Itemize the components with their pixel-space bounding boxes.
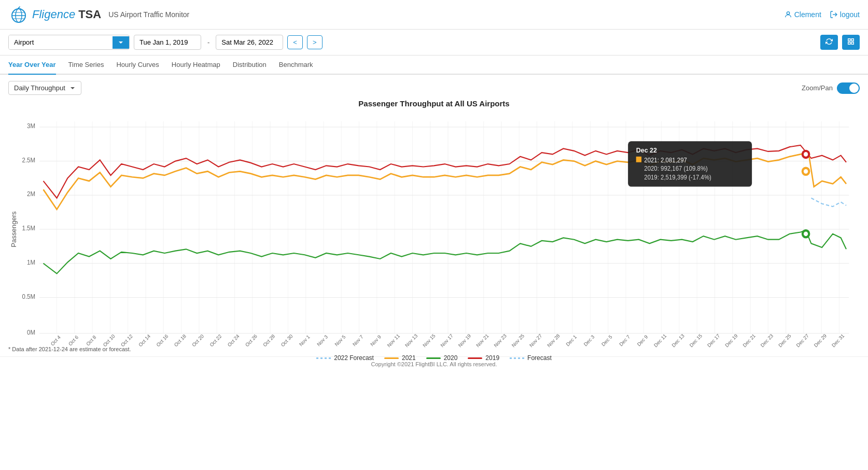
tab-benchmark[interactable]: Benchmark (279, 56, 313, 75)
legend-2021-line (384, 357, 399, 359)
legend-forecast-label: Forecast (527, 354, 552, 362)
svg-text:Nov 7: Nov 7 (352, 334, 365, 347)
tab-hourly-heatmap[interactable]: Hourly Heatmap (172, 56, 220, 75)
legend-2021-label: 2021 (402, 354, 416, 362)
svg-text:Oct 10: Oct 10 (102, 333, 116, 348)
svg-point-5 (787, 12, 789, 15)
toolbar-actions (820, 35, 860, 50)
legend-2021: 2021 (384, 354, 416, 362)
line-2022-forecast (811, 198, 846, 206)
header-right: Clement logout (784, 10, 860, 19)
svg-text:Date: Date (443, 348, 457, 349)
svg-text:Dec 13: Dec 13 (670, 333, 685, 348)
tab-year-over-year[interactable]: Year Over Year (8, 56, 56, 75)
svg-text:Oct 4: Oct 4 (49, 334, 62, 347)
grid-view-button[interactable] (842, 35, 860, 50)
nav-prev-button[interactable]: < (287, 35, 303, 49)
svg-text:Nov 21: Nov 21 (475, 333, 490, 348)
date-start-input[interactable] (134, 35, 201, 50)
legend-2019: 2019 (468, 354, 499, 362)
tab-bar: Year Over Year Time Series Hourly Curves… (0, 56, 868, 75)
svg-text:Dec 21: Dec 21 (741, 333, 757, 348)
svg-rect-10 (851, 42, 853, 44)
tooltip-dot-2021-inner (804, 169, 808, 174)
svg-text:Dec 11: Dec 11 (653, 333, 668, 348)
tooltip-2020-value: 2020: 992,167 (109.8%) (644, 165, 708, 172)
svg-rect-8 (851, 39, 853, 41)
svg-text:Oct 12: Oct 12 (120, 333, 134, 348)
airport-dropdown-button[interactable] (113, 36, 129, 49)
date-separator: - (205, 38, 212, 46)
legend-2020-label: 2020 (444, 354, 458, 362)
tab-distribution[interactable]: Distribution (233, 56, 267, 75)
nav-next-button[interactable]: > (307, 35, 323, 49)
svg-text:Dec 7: Dec 7 (618, 334, 631, 347)
app-subtitle: US Airport Traffic Monitor (108, 10, 189, 19)
line-2020 (44, 230, 846, 273)
svg-text:Oct 14: Oct 14 (137, 333, 151, 348)
svg-text:Dec 9: Dec 9 (636, 334, 649, 347)
svg-text:Oct 22: Oct 22 (208, 333, 222, 348)
grid-icon (847, 38, 855, 45)
legend-2019-label: 2019 (485, 354, 499, 362)
tab-time-series[interactable]: Time Series (68, 56, 104, 75)
svg-text:Nov 25: Nov 25 (511, 333, 526, 348)
chart-svg: 3M 2.5M 2M 1.5M 1M 0.5M 0M Passengers (8, 110, 860, 349)
svg-text:Oct 20: Oct 20 (191, 333, 205, 348)
header: Fligence TSA US Airport Traffic Monitor … (0, 0, 868, 30)
svg-text:Nov 28: Nov 28 (546, 333, 561, 348)
svg-text:Dec 27: Dec 27 (795, 333, 810, 348)
refresh-icon (825, 38, 833, 45)
tsa-label: TSA (78, 8, 101, 21)
zoom-pan-toggle[interactable] (837, 82, 860, 94)
airport-input[interactable] (9, 35, 113, 49)
svg-text:0.5M: 0.5M (22, 293, 35, 299)
svg-text:0M: 0M (27, 328, 35, 335)
svg-rect-9 (848, 42, 850, 44)
logout-button[interactable]: logout (830, 10, 860, 19)
svg-text:Nov 19: Nov 19 (457, 333, 472, 348)
svg-text:Nov 15: Nov 15 (422, 333, 437, 348)
svg-text:Oct 28: Oct 28 (262, 333, 276, 348)
svg-text:Oct 26: Oct 26 (244, 333, 258, 348)
legend-2020: 2020 (426, 354, 458, 362)
svg-text:3M: 3M (27, 122, 35, 129)
date-end-input[interactable] (216, 35, 283, 50)
chart-title: Passenger Throughput at All US Airports (8, 99, 860, 108)
svg-text:2M: 2M (27, 190, 35, 197)
tooltip-2021-value: 2021: 2,081,297 (644, 156, 687, 163)
metric-dropdown[interactable]: Daily Throughput (8, 81, 81, 95)
chart-controls: Daily Throughput Zoom/Pan (8, 81, 860, 95)
legend-2022-forecast-line (316, 357, 331, 359)
svg-text:2.5M: 2.5M (22, 156, 35, 163)
svg-text:Oct 18: Oct 18 (173, 333, 187, 348)
svg-text:1M: 1M (27, 259, 35, 266)
svg-text:Oct 16: Oct 16 (155, 333, 169, 348)
user-icon (784, 10, 792, 19)
svg-text:Oct 30: Oct 30 (279, 333, 293, 348)
svg-text:Nov 5: Nov 5 (333, 334, 346, 347)
user-label: Clement (784, 10, 821, 19)
legend-2019-line (468, 357, 482, 359)
svg-text:Passengers: Passengers (10, 211, 18, 247)
svg-text:Oct 24: Oct 24 (227, 333, 241, 348)
svg-text:Dec 31: Dec 31 (831, 333, 846, 348)
tab-hourly-curves[interactable]: Hourly Curves (116, 56, 159, 75)
svg-text:Dec 23: Dec 23 (760, 333, 775, 348)
svg-text:Nov 17: Nov 17 (439, 333, 454, 348)
svg-text:Nov 11: Nov 11 (386, 333, 401, 348)
svg-rect-7 (848, 39, 850, 41)
svg-text:1.5M: 1.5M (22, 225, 35, 231)
logo-icon (8, 4, 29, 25)
svg-text:Nov 27: Nov 27 (528, 333, 543, 348)
svg-text:Dec 3: Dec 3 (583, 334, 596, 347)
svg-text:Nov 13: Nov 13 (404, 333, 419, 348)
tooltip-title: Dec 22 (636, 146, 657, 154)
logo-area: Fligence TSA US Airport Traffic Monitor (8, 4, 189, 25)
legend-2022-forecast: 2022 Forecast (316, 354, 374, 362)
airport-selector[interactable] (8, 35, 130, 50)
header-left: Fligence TSA US Airport Traffic Monitor (8, 4, 189, 25)
toggle-knob (849, 84, 859, 93)
zoom-pan-control: Zoom/Pan (802, 82, 860, 94)
refresh-button[interactable] (820, 35, 838, 50)
